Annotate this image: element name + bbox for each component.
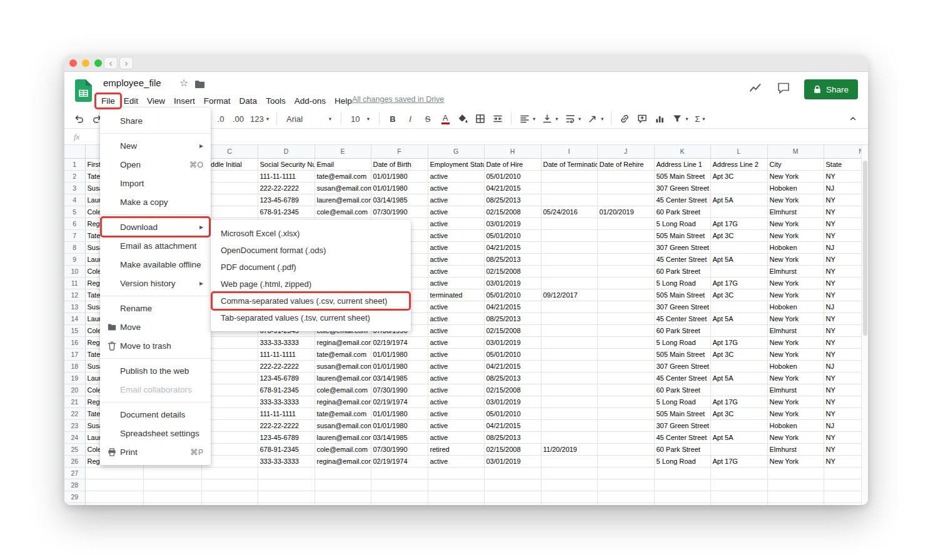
- column-header-K[interactable]: K: [654, 145, 710, 158]
- cell-M26[interactable]: New York: [767, 455, 824, 467]
- cell-I20[interactable]: [541, 384, 597, 396]
- cell-I2[interactable]: [541, 170, 597, 182]
- strikethrough-button[interactable]: S: [420, 111, 435, 126]
- row-header-4[interactable]: 4: [64, 194, 85, 206]
- menubar-item-file[interactable]: File: [97, 94, 119, 108]
- cell-E5[interactable]: cole@email.com: [315, 206, 371, 218]
- row-header-22[interactable]: 22: [64, 408, 85, 419]
- cell-M19[interactable]: New York: [767, 372, 824, 384]
- cell-D29[interactable]: [258, 491, 315, 502]
- cell-I6[interactable]: [541, 218, 597, 229]
- cell-E17[interactable]: tate@email.com: [315, 348, 371, 360]
- cell-E19[interactable]: lauren@email.com: [315, 372, 371, 384]
- file-menu-item-download[interactable]: Download▸: [103, 218, 208, 236]
- cell-J17[interactable]: [597, 348, 654, 360]
- cell-F24[interactable]: 03/14/1985: [371, 431, 428, 443]
- insert-chart-button[interactable]: [652, 111, 667, 126]
- cell-M8[interactable]: Hoboken: [767, 241, 824, 253]
- comment-history-button[interactable]: [777, 81, 790, 98]
- cell-J15[interactable]: [597, 324, 654, 336]
- cell-F5[interactable]: 07/30/1990: [371, 206, 428, 218]
- cell-F20[interactable]: 07/30/1990: [371, 384, 428, 396]
- cell-H8[interactable]: 04/21/2015: [484, 241, 541, 253]
- cell-J4[interactable]: [597, 194, 654, 206]
- cell-I26[interactable]: [541, 455, 597, 467]
- cell-C30[interactable]: [201, 502, 258, 505]
- cell-I16[interactable]: [541, 336, 597, 348]
- file-menu-item-rename[interactable]: Rename: [103, 299, 208, 318]
- cell-F19[interactable]: 03/14/1985: [371, 372, 428, 384]
- row-header-26[interactable]: 26: [64, 455, 85, 467]
- cell-J23[interactable]: [597, 419, 654, 431]
- cell-G5[interactable]: active: [428, 206, 484, 218]
- cell-H30[interactable]: [484, 502, 541, 505]
- cell-L1[interactable]: Address Line 2: [710, 158, 767, 170]
- file-menu-item-print[interactable]: Print⌘P: [103, 442, 208, 461]
- save-status[interactable]: All changes saved in Drive: [352, 95, 444, 104]
- cell-H20[interactable]: 02/15/2008: [484, 384, 541, 396]
- cell-J11[interactable]: [597, 277, 654, 289]
- cell-K30[interactable]: [654, 502, 710, 505]
- row-header-21[interactable]: 21: [64, 396, 85, 408]
- cell-I30[interactable]: [541, 502, 597, 505]
- cell-M30[interactable]: [767, 502, 824, 505]
- cell-E30[interactable]: [315, 502, 371, 505]
- cell-J20[interactable]: [597, 384, 654, 396]
- cell-M16[interactable]: New York: [767, 336, 824, 348]
- cell-G10[interactable]: active: [428, 265, 484, 277]
- cell-D1[interactable]: Social Security Number: [258, 158, 315, 170]
- cell-F2[interactable]: 01/01/1980: [371, 170, 428, 182]
- cell-A28[interactable]: [85, 479, 143, 491]
- cell-K25[interactable]: 60 Park Street: [654, 443, 710, 455]
- cell-K13[interactable]: 307 Green Street: [654, 301, 710, 312]
- cell-D28[interactable]: [258, 479, 315, 491]
- star-icon[interactable]: ☆: [179, 77, 188, 89]
- cell-K27[interactable]: [654, 467, 710, 479]
- cell-L25[interactable]: [710, 443, 767, 455]
- cell-L5[interactable]: [710, 206, 767, 218]
- row-header-27[interactable]: 27: [64, 467, 85, 479]
- cell-L19[interactable]: Apt 5A: [710, 372, 767, 384]
- cell-H13[interactable]: 04/21/2015: [484, 301, 541, 312]
- cell-G22[interactable]: active: [428, 408, 484, 419]
- cell-G7[interactable]: active: [428, 229, 484, 241]
- cell-M5[interactable]: Elmhurst: [767, 206, 824, 218]
- cell-M24[interactable]: New York: [767, 431, 824, 443]
- download-option-pdf-document-pdf[interactable]: PDF document (.pdf): [213, 259, 408, 276]
- cell-H1[interactable]: Date of Hire: [484, 158, 541, 170]
- row-header-30[interactable]: 30: [64, 502, 85, 505]
- cell-H15[interactable]: 02/15/2008: [484, 324, 541, 336]
- cell-E16[interactable]: regina@email.com: [315, 336, 371, 348]
- cell-K14[interactable]: 45 Center Street: [654, 312, 710, 324]
- cell-F28[interactable]: [371, 479, 428, 491]
- cell-J12[interactable]: [597, 289, 654, 301]
- cell-L23[interactable]: [710, 419, 767, 431]
- row-header-15[interactable]: 15: [64, 324, 85, 336]
- cell-D20[interactable]: 678-91-2345: [258, 384, 315, 396]
- cell-L20[interactable]: [710, 384, 767, 396]
- cell-I19[interactable]: [541, 372, 597, 384]
- row-header-19[interactable]: 19: [64, 372, 85, 384]
- cell-C27[interactable]: [201, 467, 258, 479]
- cell-K26[interactable]: 5 Long Road: [654, 455, 710, 467]
- close-window-button[interactable]: [69, 59, 77, 67]
- download-option-microsoft-excel-xlsx[interactable]: Microsoft Excel (.xlsx): [213, 225, 408, 242]
- cell-F3[interactable]: 01/01/1980: [371, 182, 428, 194]
- column-header-E[interactable]: E: [315, 145, 371, 158]
- row-header-18[interactable]: 18: [64, 360, 85, 372]
- cell-M21[interactable]: New York: [767, 396, 824, 408]
- cell-F21[interactable]: 02/19/1974: [371, 396, 428, 408]
- file-menu-item-version-history[interactable]: Version history▸: [103, 274, 208, 292]
- cell-M25[interactable]: Elmhurst: [767, 443, 824, 455]
- cell-E1[interactable]: Email: [315, 158, 371, 170]
- cell-G12[interactable]: terminated: [428, 289, 484, 301]
- cell-H26[interactable]: 03/01/2019: [484, 455, 541, 467]
- menubar-item-add-ons[interactable]: Add-ons: [290, 94, 330, 108]
- cell-D4[interactable]: 123-45-6789: [258, 194, 315, 206]
- cell-L28[interactable]: [710, 479, 767, 491]
- column-header-G[interactable]: G: [428, 145, 484, 158]
- cell-L24[interactable]: Apt 5A: [710, 431, 767, 443]
- row-header-2[interactable]: 2: [64, 170, 85, 182]
- cell-I22[interactable]: [541, 408, 597, 419]
- cell-J26[interactable]: [597, 455, 654, 467]
